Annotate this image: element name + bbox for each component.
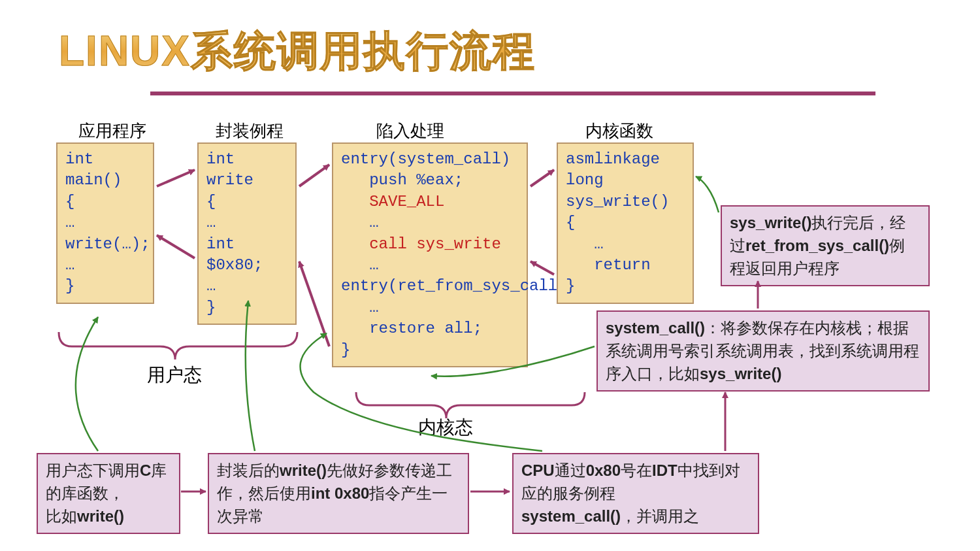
code-line: } [341, 340, 519, 361]
code-line: { [566, 212, 685, 233]
desc-bold: 0x80 [586, 461, 621, 479]
col-header-trap: 陷入处理 [376, 120, 444, 142]
code-line: … [65, 255, 145, 276]
descbox-4: system_call()：将参数保存在内核栈；根据系统调用号索引系统调用表，找… [596, 310, 930, 392]
code-line: write(…); [65, 234, 145, 255]
code-line: … [341, 255, 519, 276]
code-line: } [566, 276, 685, 297]
desc-bold: sys_write() [700, 365, 781, 382]
code-line: … [206, 276, 287, 297]
code-line: return [566, 255, 685, 276]
descbox-5: sys_write()执行完后，经过ret_from_sys_call()例程返… [721, 205, 930, 286]
codebox-app: int main() { … write(…); … } [56, 142, 154, 304]
code-line: … [341, 297, 519, 318]
code-line: SAVE_ALL [341, 192, 519, 212]
code-line: sys_write() [566, 192, 685, 212]
bracket-kernel [356, 392, 585, 418]
page-title: LINUX系统调用执行流程 [59, 23, 536, 80]
desc-bold: CPU [521, 461, 555, 479]
descbox-2: 封装后的write()先做好参数传递工作，然后使用int 0x80指令产生一次异… [208, 453, 469, 534]
code-line: … [206, 212, 287, 233]
desc-bold: system_call() [521, 507, 621, 525]
green-arrow-desc1 [76, 317, 98, 451]
desc-text: 号在 [621, 461, 652, 479]
code-line: int $0x80; [206, 234, 287, 276]
codebox-trap: entry(system_call) push %eax; SAVE_ALL …… [332, 142, 528, 367]
desc-text: 用户态下调用 [46, 461, 140, 479]
code-line: restore all; [341, 318, 519, 339]
code-line: call sys_write [341, 234, 519, 255]
desc-text: 比如 [46, 507, 77, 525]
code-line: } [206, 297, 287, 318]
desc-bold: C [140, 461, 151, 479]
bracket-user [59, 332, 297, 359]
desc-bold: write() [280, 461, 327, 479]
desc-bold: IDT [652, 461, 678, 479]
desc-text: ，并调用之 [621, 507, 699, 525]
descbox-1: 用户态下调用C库的库函数， 比如write() [37, 453, 180, 534]
arrow-trap-to-wrap [299, 261, 329, 346]
code-line: … [566, 234, 685, 255]
code-line: int write [206, 149, 287, 192]
code-line: int main() [65, 149, 145, 192]
arrow-app-to-wrap [157, 170, 195, 186]
title-underline [150, 92, 875, 95]
col-header-kernel: 内核函数 [585, 120, 653, 142]
arrow-wrap-to-trap [299, 165, 329, 186]
codebox-wrapper: int write { … int $0x80; … } [197, 142, 297, 325]
code-line: entry(system_call) [341, 149, 519, 170]
code-line: } [65, 276, 145, 297]
arrow-trap-to-kern [531, 170, 554, 186]
desc-bold: int 0x80 [311, 484, 369, 502]
code-line: { [65, 192, 145, 212]
col-header-app: 应用程序 [78, 120, 146, 142]
desc-bold: write() [77, 507, 124, 525]
code-line: entry(ret_from_sys_call) [341, 276, 519, 297]
code-line: { [206, 192, 287, 212]
descbox-3: CPU通过0x80号在IDT中找到对应的服务例程 system_call()，并… [512, 453, 759, 534]
arrow-wrap-to-app [157, 235, 195, 258]
green-arrow-desc5 [696, 176, 719, 212]
mode-user-label: 用户态 [147, 363, 202, 388]
arrow-kern-to-trap [531, 261, 554, 275]
desc-bold: sys_write() [730, 214, 811, 231]
desc-bold: system_call() [606, 319, 705, 337]
desc-text: 封装后的 [217, 461, 280, 479]
code-line: … [65, 212, 145, 233]
mode-kernel-label: 内核态 [418, 415, 473, 440]
code-line: … [341, 212, 519, 233]
col-header-wrapper: 封装例程 [216, 120, 284, 142]
codebox-kernel: asmlinkage long sys_write() { … return } [557, 142, 694, 304]
desc-bold: ret_from_sys_call() [745, 237, 889, 254]
code-line: asmlinkage long [566, 149, 685, 192]
desc-text: 通过 [555, 461, 586, 479]
code-line: push %eax; [341, 170, 519, 191]
